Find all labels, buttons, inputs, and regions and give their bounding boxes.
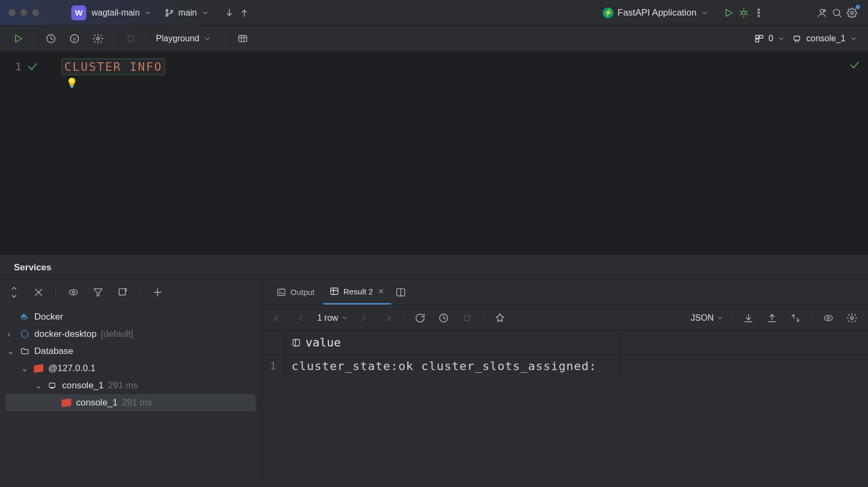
last-page-button[interactable] bbox=[380, 311, 395, 326]
services-tree[interactable]: Docker › docker-desktop [default] ⌄ Data… bbox=[0, 305, 261, 415]
download-button[interactable] bbox=[741, 311, 756, 326]
format-dropdown[interactable]: JSON bbox=[691, 313, 723, 323]
show-button[interactable] bbox=[66, 285, 81, 300]
terminal-icon bbox=[276, 287, 286, 297]
open-new-tab-button[interactable] bbox=[115, 285, 130, 300]
gutter: 1 bbox=[0, 51, 62, 255]
tree-item-docker[interactable]: Docker bbox=[5, 308, 256, 326]
execute-button[interactable] bbox=[11, 31, 26, 46]
tab-output[interactable]: Output bbox=[270, 279, 321, 305]
svg-point-73 bbox=[827, 316, 829, 319]
row-count-dropdown[interactable]: 1 row bbox=[317, 313, 348, 323]
close-icon[interactable] bbox=[377, 287, 385, 295]
run-config-dropdown[interactable]: ⚡ FastAPI Application bbox=[603, 8, 708, 18]
outgoing-changes-button[interactable] bbox=[237, 5, 252, 20]
close-dot[interactable] bbox=[9, 9, 16, 16]
close-all-button[interactable] bbox=[31, 285, 46, 300]
svg-rect-48 bbox=[22, 315, 23, 316]
cancel-button[interactable] bbox=[460, 311, 475, 326]
pin-button[interactable] bbox=[492, 311, 507, 326]
expand-collapse-button[interactable] bbox=[6, 285, 21, 300]
svg-point-21 bbox=[851, 11, 854, 14]
tree-item-console-selected[interactable]: console_1 291 ms bbox=[5, 394, 256, 411]
history-button[interactable] bbox=[43, 31, 58, 46]
chevron-down-icon bbox=[701, 9, 708, 17]
filter-button[interactable] bbox=[91, 285, 106, 300]
svg-rect-28 bbox=[238, 35, 246, 42]
column-header[interactable]: value bbox=[285, 331, 620, 354]
svg-rect-57 bbox=[331, 288, 338, 294]
svg-marker-52 bbox=[21, 330, 28, 338]
window-controls[interactable] bbox=[9, 9, 39, 16]
inspection-status-icon[interactable] bbox=[849, 59, 860, 72]
cell-value[interactable]: cluster_state:ok cluster_slots_assigned: bbox=[285, 355, 620, 377]
svg-line-9 bbox=[740, 11, 742, 12]
chevron-down-icon: ⌄ bbox=[21, 364, 29, 373]
tree-item-database[interactable]: ⌄ Database bbox=[5, 343, 256, 360]
maximize-dot[interactable] bbox=[32, 9, 39, 16]
titlebar: W wagtail-main main ⚡ FastAPI Applicatio… bbox=[0, 0, 868, 26]
add-button[interactable] bbox=[150, 285, 165, 300]
results-pane: Output Result 2 1 row bbox=[261, 279, 868, 483]
panel-title[interactable]: Services bbox=[0, 256, 868, 279]
table-view-button[interactable] bbox=[235, 31, 250, 46]
view-button[interactable] bbox=[821, 311, 836, 326]
code-editor[interactable]: 1 CLUSTER INFO 💡 bbox=[0, 51, 868, 255]
chevron-down-icon bbox=[201, 9, 209, 17]
svg-rect-27 bbox=[128, 36, 133, 41]
incoming-changes-button[interactable] bbox=[222, 5, 237, 20]
result-table[interactable]: value 1 cluster_state:ok cluster_slots_a… bbox=[261, 331, 868, 377]
settings-button[interactable] bbox=[844, 5, 859, 20]
table-row[interactable]: 1 cluster_state:ok cluster_slots_assigne… bbox=[261, 355, 868, 377]
sessions-dropdown[interactable]: 0 bbox=[754, 34, 785, 43]
svg-marker-5 bbox=[726, 9, 732, 16]
services-tree-pane: Docker › docker-desktop [default] ⌄ Data… bbox=[0, 279, 261, 483]
project-dropdown[interactable]: wagtail-main bbox=[92, 8, 152, 18]
project-name: wagtail-main bbox=[92, 8, 140, 18]
prev-page-button[interactable] bbox=[294, 311, 309, 326]
check-icon bbox=[27, 61, 39, 72]
auto-reload-button[interactable] bbox=[436, 311, 451, 326]
svg-rect-34 bbox=[755, 39, 759, 41]
first-page-button[interactable] bbox=[270, 311, 285, 326]
tree-item-console[interactable]: ⌄ console_1 291 ms bbox=[5, 377, 256, 394]
playground-icon-button[interactable]: p bbox=[67, 31, 82, 46]
svg-point-15 bbox=[758, 15, 760, 17]
next-page-button[interactable] bbox=[356, 311, 371, 326]
svg-rect-35 bbox=[794, 36, 800, 40]
tab-result[interactable]: Result 2 bbox=[323, 279, 391, 305]
branch-dropdown[interactable]: main bbox=[164, 8, 209, 18]
more-button[interactable] bbox=[751, 5, 766, 20]
kubernetes-icon bbox=[19, 329, 30, 339]
tree-item-db-host[interactable]: ⌄ @127.0.0.1 bbox=[5, 360, 256, 377]
svg-rect-53 bbox=[49, 383, 55, 387]
table-icon bbox=[330, 286, 339, 296]
collab-button[interactable] bbox=[814, 5, 829, 20]
datasource-dropdown[interactable]: console_1 bbox=[792, 34, 857, 43]
svg-text:p: p bbox=[73, 36, 76, 41]
debug-button[interactable] bbox=[736, 5, 751, 20]
minimize-dot[interactable] bbox=[20, 9, 27, 16]
editor-toolbar: p Playground 0 console_1 bbox=[0, 26, 868, 51]
search-button[interactable] bbox=[829, 5, 844, 20]
run-button[interactable] bbox=[721, 5, 736, 20]
playground-dropdown[interactable]: Playground bbox=[156, 34, 211, 43]
tree-item-docker-desktop[interactable]: › docker-desktop [default] bbox=[5, 326, 256, 343]
chevron-down-icon bbox=[777, 35, 785, 42]
result-settings-button[interactable] bbox=[844, 311, 859, 326]
stop-button[interactable] bbox=[123, 31, 138, 46]
upload-button[interactable] bbox=[765, 311, 780, 326]
redis-icon bbox=[61, 399, 72, 407]
svg-line-10 bbox=[746, 11, 747, 12]
split-button[interactable] bbox=[393, 285, 408, 300]
svg-rect-43 bbox=[119, 289, 125, 295]
reload-button[interactable] bbox=[413, 311, 428, 326]
config-button[interactable] bbox=[91, 31, 106, 46]
compare-button[interactable] bbox=[788, 311, 803, 326]
services-toolbar bbox=[0, 279, 261, 305]
services-panel: Services Docker bbox=[0, 255, 868, 483]
svg-rect-33 bbox=[760, 35, 763, 38]
intention-bulb-icon[interactable]: 💡 bbox=[66, 77, 78, 88]
svg-point-74 bbox=[851, 316, 854, 319]
svg-line-12 bbox=[746, 13, 747, 14]
